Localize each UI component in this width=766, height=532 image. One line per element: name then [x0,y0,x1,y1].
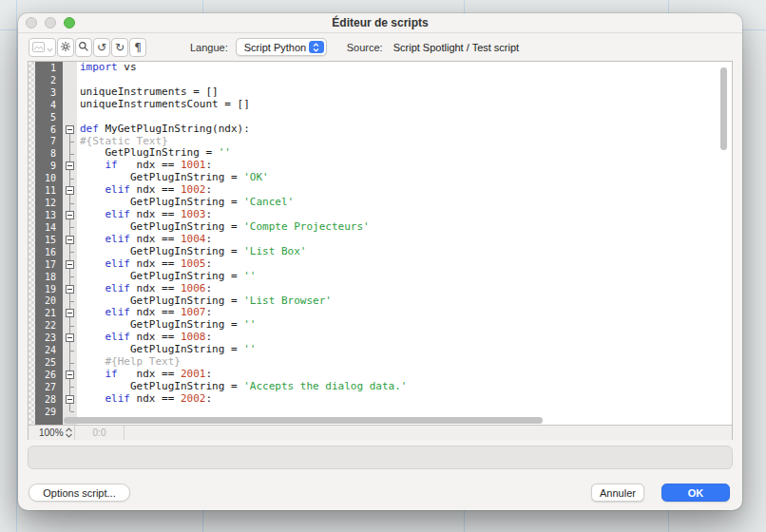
status-spacer [124,426,732,440]
chevron-down-icon [47,39,53,56]
fold-marker [63,111,77,124]
insert-script-button[interactable] [29,38,56,57]
code-line[interactable]: 4uniqueInstrumentsCount = [] [35,99,732,111]
source-value: Script Spotlight / Test script [393,42,519,53]
horizontal-scrollbar[interactable] [64,417,543,424]
source-label: Source: [347,42,383,53]
line-number: 4 [35,99,63,111]
fold-marker [63,99,77,111]
line-number: 23 [35,332,63,344]
fold-marker[interactable] [63,283,77,295]
language-popup[interactable]: Script Python [236,38,327,56]
gear-icon [60,39,71,56]
line-number: 16 [35,246,63,258]
redo-icon: ↻ [115,42,124,53]
zoom-stepper[interactable] [64,428,74,439]
traffic-lights [26,17,75,28]
cancel-button[interactable]: Annuler [591,484,644,502]
line-number: 22 [35,319,63,332]
line-number: 12 [35,197,63,209]
insert-script-icon [32,39,45,56]
fold-marker[interactable] [63,136,77,148]
titlebar: Éditeur de scripts [18,13,742,33]
fold-marker[interactable] [63,234,77,246]
window-title: Éditeur de scripts [332,16,428,29]
line-number: 5 [35,111,63,124]
line-number: 7 [35,136,63,148]
undo-button[interactable]: ↺ [93,38,110,57]
line-number: 14 [35,221,63,234]
fold-marker[interactable] [63,381,77,393]
fold-marker[interactable] [63,319,77,332]
line-number: 25 [35,356,63,369]
line-number: 11 [35,184,63,197]
fold-marker[interactable] [63,209,77,221]
fold-marker[interactable] [63,184,77,197]
fold-marker[interactable] [63,221,77,234]
fold-marker[interactable] [63,393,77,406]
fold-marker[interactable] [63,406,77,418]
cursor-position: 0:0 [75,428,124,438]
code-line[interactable]: 28 elif ndx == 2002: [35,393,732,406]
fold-marker[interactable] [63,295,77,308]
code-line[interactable]: 29 [35,406,732,418]
zoom-level: 100% [29,428,64,438]
line-number: 6 [35,124,63,136]
code-text [77,406,732,418]
line-number: 9 [35,160,63,172]
fold-marker[interactable] [63,246,77,258]
line-number: 17 [35,258,63,271]
fold-marker[interactable] [63,307,77,319]
line-number: 3 [35,86,63,99]
fold-marker[interactable] [63,271,77,283]
line-number: 10 [35,172,63,184]
fold-marker[interactable] [63,124,77,136]
fold-marker[interactable] [63,344,77,356]
line-number: 8 [35,147,63,160]
vertical-scrollbar[interactable] [720,67,727,150]
fold-marker [63,62,77,74]
line-number: 15 [35,234,63,246]
language-label: Langue: [190,42,228,53]
fold-marker[interactable] [63,147,77,160]
code-editor: 1import vs23uniqueInstruments = []4uniqu… [28,61,733,440]
editor-status-strip: 100% 0:0 [29,425,732,440]
fold-marker[interactable] [63,172,77,184]
search-button[interactable] [75,38,92,57]
message-box [28,446,733,469]
code-region[interactable]: 1import vs23uniqueInstruments = []4uniqu… [29,62,732,425]
line-number: 19 [35,283,63,295]
background-gridline [16,0,17,532]
fold-marker[interactable] [63,258,77,271]
fold-marker[interactable] [63,197,77,209]
search-icon [78,39,89,56]
line-number: 26 [35,369,63,381]
line-number: 20 [35,295,63,308]
redo-button[interactable]: ↻ [111,38,128,57]
minimize-button[interactable] [45,17,56,28]
line-number: 27 [35,381,63,393]
ok-button[interactable]: OK [661,484,730,502]
pilcrow-icon: ¶ [134,42,142,53]
editor-margin [29,62,35,425]
fold-marker[interactable] [63,356,77,369]
line-number: 21 [35,307,63,319]
line-number: 29 [35,406,63,418]
settings-button[interactable] [57,38,74,57]
code-lines: 1import vs23uniqueInstruments = []4uniqu… [29,62,732,425]
fold-marker[interactable] [63,332,77,344]
code-text: elif ndx == 2002: [77,393,732,406]
language-popup-value: Script Python [244,42,306,53]
zoom-button[interactable] [64,17,75,28]
popup-stepper-icon [309,41,324,53]
script-options-button[interactable]: Options script... [29,484,130,502]
line-number: 2 [35,74,63,86]
code-line[interactable]: 1import vs [35,62,732,74]
fold-marker[interactable] [63,160,77,172]
fold-marker[interactable] [63,369,77,381]
line-number: 1 [35,62,63,74]
show-invisibles-button[interactable]: ¶ [129,38,146,57]
close-button[interactable] [26,17,37,28]
line-number: 18 [35,271,63,283]
line-number: 28 [35,393,63,406]
